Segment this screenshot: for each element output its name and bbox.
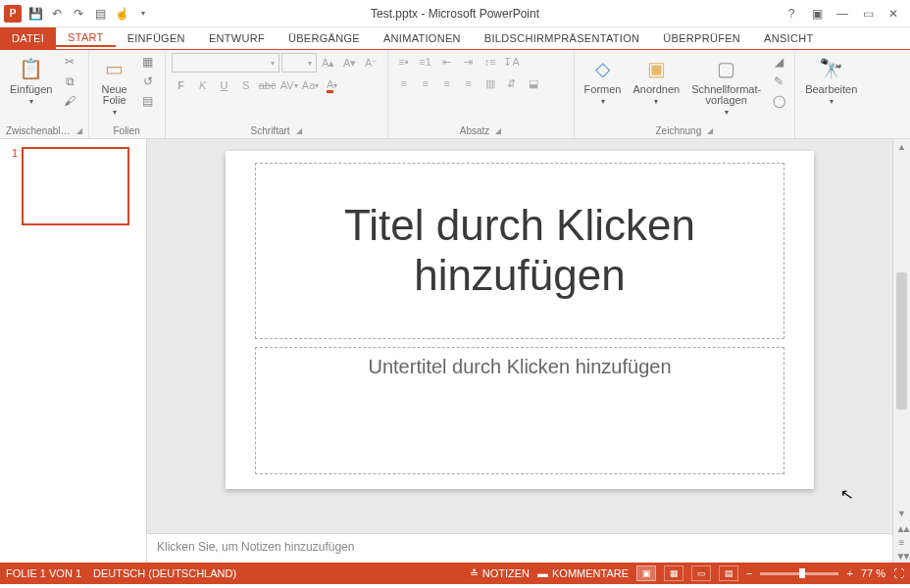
shape-effects-button[interactable]: ◯ (769, 92, 788, 110)
dialog-launcher-icon[interactable]: ◢ (707, 126, 713, 135)
section-button[interactable]: ▤ (138, 92, 158, 110)
scroll-down-button[interactable]: ▼ (893, 506, 910, 521)
touch-icon: ☝ (115, 7, 129, 21)
sorter-view-button[interactable]: ▦ (664, 565, 683, 581)
subtitle-placeholder[interactable]: Untertitel durch Klicken hinzufügen (255, 347, 784, 474)
cut-button[interactable]: ✂ (60, 53, 79, 71)
tab-animations[interactable]: ANIMATIONEN (372, 27, 473, 49)
zoom-in-button[interactable]: + (846, 567, 852, 579)
dialog-launcher-icon[interactable]: ◢ (495, 126, 501, 135)
tab-design[interactable]: ENTWURF (197, 27, 277, 49)
vertical-scrollbar[interactable]: ▲ ▼ ▲▲ ≡ ▼▼ (892, 139, 910, 563)
help-button[interactable]: ? (781, 3, 802, 24)
bold-button[interactable]: F (172, 76, 191, 94)
new-slide-button[interactable]: ▭ Neue Folie ▾ (95, 53, 134, 119)
zoom-slider-thumb[interactable] (799, 568, 805, 578)
increase-indent-button[interactable]: ⇥ (459, 53, 479, 71)
slide-layout-button[interactable]: ▦ (138, 53, 158, 71)
tab-file[interactable]: DATEI (0, 27, 56, 49)
zoom-out-button[interactable]: − (746, 567, 752, 579)
save-button[interactable]: 💾 (25, 4, 45, 24)
paste-button[interactable]: 📋 Einfügen ▾ (6, 53, 56, 108)
nav-menu-button[interactable]: ≡ (893, 535, 910, 549)
reading-view-button[interactable]: ▭ (691, 565, 711, 581)
align-right-button[interactable]: ≡ (437, 74, 457, 92)
change-case-button[interactable]: Aa▾ (301, 76, 321, 94)
tab-insert[interactable]: EINFÜGEN (116, 27, 197, 49)
qat-customize-button[interactable]: ▾ (133, 4, 153, 24)
tab-transitions[interactable]: ÜBERGÄNGE (277, 27, 372, 49)
scissors-icon: ✂ (65, 55, 75, 69)
next-slide-button[interactable]: ▼▼ (893, 549, 910, 563)
normal-view-button[interactable]: ▣ (636, 565, 656, 581)
notes-pane[interactable]: Klicken Sie, um Notizen hinzuzufügen (147, 533, 892, 563)
dialog-launcher-icon[interactable]: ◢ (76, 126, 82, 135)
scroll-track[interactable] (893, 155, 910, 506)
slide-counter[interactable]: FOLIE 1 VON 1 (6, 567, 81, 579)
redo-button[interactable]: ↷ (69, 4, 88, 24)
font-size-combo[interactable]: ▾ (281, 53, 317, 73)
touch-mode-button[interactable]: ☝ (112, 4, 131, 24)
clear-formatting-button[interactable]: A⁻ (362, 54, 381, 72)
shrink-font-button[interactable]: A▾ (340, 54, 360, 72)
notes-toggle-button[interactable]: ≛NOTIZEN (470, 567, 530, 580)
clipboard-icon: 📋 (18, 55, 45, 82)
ribbon-tabs: DATEI START EINFÜGEN ENTWURF ÜBERGÄNGE A… (0, 27, 910, 49)
align-center-button[interactable]: ≡ (416, 74, 435, 92)
italic-button[interactable]: K (193, 76, 213, 94)
align-text-button[interactable]: ⇵ (502, 74, 522, 92)
slide-thumbnail-pane[interactable]: 1 (0, 139, 147, 563)
arrange-button[interactable]: ▣ Anordnen▾ (630, 53, 684, 108)
shape-outline-button[interactable]: ✎ (769, 73, 788, 90)
zoom-slider[interactable] (760, 572, 838, 575)
tab-review[interactable]: ÜBERPRÜFEN (651, 27, 752, 49)
smartart-button[interactable]: ⬓ (524, 74, 543, 92)
dialog-launcher-icon[interactable]: ◢ (296, 126, 302, 135)
tab-start[interactable]: START (56, 27, 116, 49)
grow-font-button[interactable]: A▴ (319, 54, 338, 72)
char-spacing-button[interactable]: AV▾ (279, 76, 299, 94)
maximize-button[interactable]: ▭ (857, 3, 879, 24)
thumbnail-slide-1[interactable] (22, 147, 129, 225)
zoom-level[interactable]: 77 % (861, 567, 885, 579)
slide-stage[interactable]: Titel durch Klicken hinzufügen Untertite… (147, 139, 892, 533)
close-button[interactable]: ✕ (883, 3, 904, 24)
quick-styles-button[interactable]: ▢ Schnellformat- vorlagen▾ (687, 53, 765, 119)
columns-button[interactable]: ▥ (480, 74, 500, 92)
smartart-icon: ⬓ (529, 77, 538, 90)
shape-fill-button[interactable]: ◢ (769, 53, 788, 71)
title-placeholder[interactable]: Titel durch Klicken hinzufügen (255, 163, 784, 339)
decrease-indent-button[interactable]: ⇤ (437, 53, 457, 71)
slide-canvas[interactable]: Titel durch Klicken hinzufügen Untertite… (226, 151, 814, 489)
language-indicator[interactable]: DEUTSCH (DEUTSCHLAND) (93, 567, 236, 579)
fit-to-window-button[interactable]: ⛶ (893, 567, 904, 579)
slideshow-from-start-button[interactable]: ▤ (90, 4, 110, 24)
reset-slide-button[interactable]: ↺ (138, 73, 158, 90)
font-color-button[interactable]: A▾ (323, 76, 342, 94)
font-family-combo[interactable]: ▾ (172, 53, 279, 73)
minimize-button[interactable]: — (832, 3, 853, 24)
line-spacing-button[interactable]: ↕≡ (480, 53, 500, 71)
scroll-thumb[interactable] (896, 272, 907, 410)
tab-view[interactable]: ANSICHT (752, 27, 825, 49)
text-shadow-button[interactable]: S (236, 76, 256, 94)
find-edit-button[interactable]: 🔭 Bearbeiten▾ (801, 53, 861, 108)
scroll-up-button[interactable]: ▲ (893, 139, 910, 155)
justify-button[interactable]: ≡ (459, 74, 479, 92)
copy-button[interactable]: ⧉ (60, 73, 79, 90)
thumbnail-row[interactable]: 1 (8, 147, 138, 225)
slideshow-view-button[interactable]: ▤ (719, 565, 738, 581)
prev-slide-button[interactable]: ▲▲ (893, 521, 910, 535)
align-left-button[interactable]: ≡ (394, 74, 414, 92)
bullets-button[interactable]: ≡• (394, 53, 414, 71)
shapes-button[interactable]: ◇ Formen▾ (581, 53, 626, 108)
undo-button[interactable]: ↶ (47, 4, 67, 24)
strikethrough-button[interactable]: abc (258, 76, 278, 94)
underline-button[interactable]: U (215, 76, 234, 94)
numbering-button[interactable]: ≡1 (416, 53, 435, 71)
comments-toggle-button[interactable]: ▬KOMMENTARE (537, 567, 629, 579)
text-direction-button[interactable]: ↧A (502, 53, 522, 71)
ribbon-display-options-button[interactable]: ▣ (806, 3, 828, 24)
tab-slideshow[interactable]: BILDSCHIRMPRÄSENTATION (473, 27, 651, 49)
format-painter-button[interactable]: 🖌 (60, 92, 79, 110)
